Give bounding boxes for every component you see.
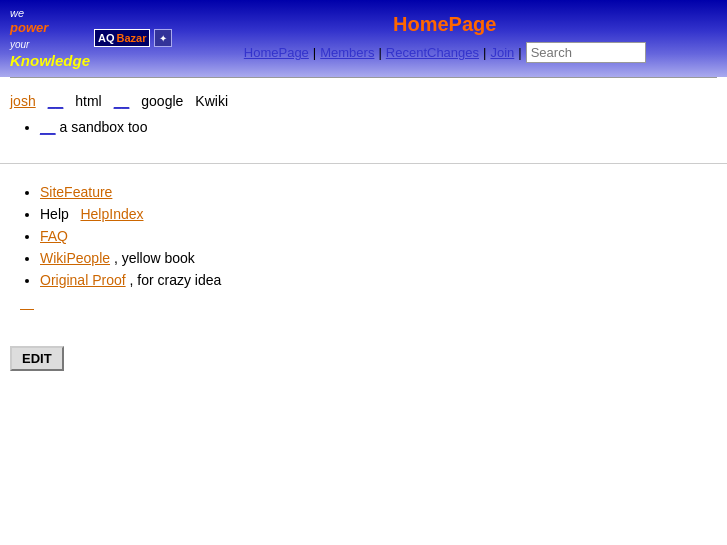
- nav-sep-4: |: [518, 45, 521, 60]
- aq-badge: AQ Bazar: [94, 29, 150, 47]
- logo-your: your: [10, 39, 29, 50]
- wikipeople-link[interactable]: WikiPeople: [40, 250, 110, 266]
- originalproof-extra: , for crazy idea: [129, 272, 221, 288]
- kwiki-text: Kwiki: [195, 93, 228, 109]
- help-prefix: Help: [40, 206, 69, 222]
- underscore-link-2[interactable]: __: [114, 93, 130, 109]
- logo-text: we power your Knowledge: [10, 6, 90, 71]
- logo-power: power: [10, 20, 48, 35]
- dash-area: —: [20, 300, 717, 316]
- nav-bar: HomePage | Members | RecentChanges | Joi…: [172, 42, 717, 63]
- helpindex-link[interactable]: HelpIndex: [80, 206, 143, 222]
- list-item-sitefeature: SiteFeature: [40, 184, 717, 200]
- links-section: SiteFeature Help HelpIndex FAQ WikiPeopl…: [0, 174, 727, 326]
- edit-button-area: EDIT: [0, 326, 727, 391]
- nav-recentchanges[interactable]: RecentChanges: [386, 45, 479, 60]
- underscore-link-1[interactable]: __: [48, 93, 64, 109]
- list-item-faq: FAQ: [40, 228, 717, 244]
- nav-sep-1: |: [313, 45, 316, 60]
- header: we power your Knowledge AQ Bazar ✦ HomeP…: [0, 0, 727, 77]
- dash-link[interactable]: —: [20, 300, 34, 316]
- links-list: SiteFeature Help HelpIndex FAQ WikiPeopl…: [40, 184, 717, 288]
- bullet-text-1: a sandbox too: [59, 119, 147, 135]
- html-text: html: [75, 93, 101, 109]
- bazar-text: Bazar: [117, 32, 147, 44]
- aq-text: AQ: [98, 32, 115, 44]
- google-text: google: [141, 93, 183, 109]
- faq-link[interactable]: FAQ: [40, 228, 68, 244]
- underscore-2: __: [114, 93, 130, 109]
- search-input[interactable]: [526, 42, 646, 63]
- bullet-item-1: __ a sandbox too: [40, 119, 717, 135]
- nav-join[interactable]: Join: [490, 45, 514, 60]
- logo-text-block: we power your Knowledge: [10, 6, 90, 71]
- nav-members[interactable]: Members: [320, 45, 374, 60]
- list-item-wikipeople: WikiPeople , yellow book: [40, 250, 717, 266]
- list-item-help: Help HelpIndex: [40, 206, 717, 222]
- top-section: josh __ html __ google Kwiki __ a sandbo…: [0, 78, 727, 153]
- logo-we: we: [10, 7, 24, 19]
- content-divider-1: [0, 163, 727, 164]
- wireless-icon: ✦: [154, 29, 172, 47]
- logo-knowledge: Knowledge: [10, 52, 90, 69]
- list-item-originalproof: Original Proof , for crazy idea: [40, 272, 717, 288]
- underscore-1: __: [48, 93, 64, 109]
- nav-sep-2: |: [378, 45, 381, 60]
- josh-link[interactable]: josh: [10, 93, 36, 109]
- bullet-underscore-link[interactable]: __: [40, 119, 56, 135]
- nav-sep-3: |: [483, 45, 486, 60]
- sitefeature-link[interactable]: SiteFeature: [40, 184, 112, 200]
- nav-homepage[interactable]: HomePage: [244, 45, 309, 60]
- originalproof-link[interactable]: Original Proof: [40, 272, 126, 288]
- wikipeople-extra: , yellow book: [114, 250, 195, 266]
- page-title: HomePage: [172, 13, 717, 36]
- top-row: josh __ html __ google Kwiki: [10, 93, 717, 109]
- header-right: HomePage HomePage | Members | RecentChan…: [172, 13, 717, 63]
- edit-button[interactable]: EDIT: [10, 346, 64, 371]
- logo-area: we power your Knowledge AQ Bazar ✦: [10, 6, 172, 71]
- top-bullet-list: __ a sandbox too: [40, 119, 717, 135]
